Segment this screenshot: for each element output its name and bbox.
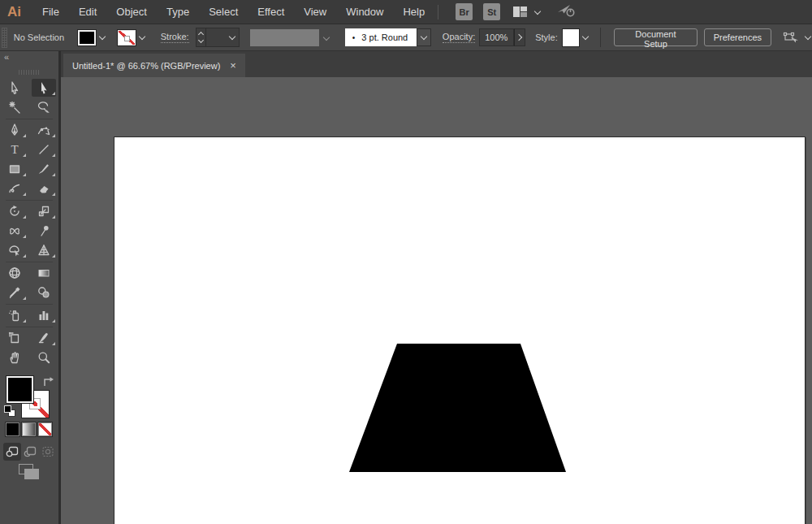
column-graph-tool[interactable] [29, 305, 58, 325]
stock-button[interactable]: St [483, 3, 500, 20]
rotate-tool[interactable] [0, 201, 29, 221]
fill-swatch[interactable] [6, 376, 33, 403]
fill-swatch[interactable] [78, 30, 96, 45]
none-button[interactable] [38, 422, 52, 436]
puppet-warp-tool[interactable] [29, 221, 58, 240]
toolbar-divider [6, 119, 53, 119]
gpu-performance-icon[interactable] [556, 2, 576, 21]
controlbar-divider [600, 28, 601, 47]
chevron-down-icon [582, 33, 589, 40]
color-button[interactable] [6, 422, 19, 436]
tools-panel: « [0, 51, 58, 524]
lasso-tool[interactable] [29, 97, 58, 117]
toolbar-divider [6, 262, 53, 262]
menu-edit[interactable]: Edit [69, 0, 106, 24]
style-label: Style: [535, 32, 558, 42]
paint-style-buttons [6, 422, 52, 436]
change-screen-mode-icon[interactable] [17, 463, 41, 481]
fill-color-dropdown[interactable] [78, 28, 110, 47]
gradient-button[interactable] [22, 422, 36, 436]
stroke-color-dropdown[interactable] [118, 28, 149, 47]
width-tool[interactable] [0, 221, 29, 240]
artboard-tool[interactable] [0, 328, 29, 348]
chevron-down-icon [99, 33, 106, 40]
stepper-down-icon[interactable] [198, 37, 204, 43]
panel-grip-handle[interactable] [19, 70, 41, 75]
bridge-button[interactable]: Br [456, 3, 473, 20]
draw-inside-button[interactable] [39, 443, 57, 461]
hand-tool[interactable] [0, 348, 29, 367]
menu-view[interactable]: View [294, 0, 336, 24]
stroke-width-stepper[interactable] [196, 28, 207, 47]
select-similar-dropdown[interactable] [783, 31, 812, 45]
select-similar-icon [783, 31, 801, 45]
stroke-width-field[interactable] [206, 28, 240, 47]
rectangle-tool[interactable] [0, 159, 29, 179]
stroke-swatch-none[interactable] [118, 30, 136, 45]
brush-name: 3 pt. Round [361, 32, 408, 42]
menu-bar: Ai File Edit Object Type Select Effect V… [0, 0, 812, 24]
grip-handle[interactable] [2, 28, 7, 48]
close-tab-icon[interactable]: × [230, 60, 236, 71]
canvas-pasteboard[interactable] [58, 77, 812, 524]
type-tool[interactable]: T [0, 140, 29, 159]
opacity-field[interactable]: 100% [479, 28, 514, 46]
shaper-tool[interactable] [0, 179, 29, 198]
chevron-down-icon [323, 34, 330, 41]
chevron-down-icon [229, 33, 235, 40]
trapezoid-shape[interactable] [349, 344, 566, 472]
perspective-grid-tool[interactable] [29, 240, 58, 260]
draw-normal-button[interactable] [3, 443, 21, 461]
variable-width-profile-dropdown[interactable] [250, 29, 318, 46]
curvature-tool[interactable] [29, 120, 58, 140]
default-fill-stroke-icon[interactable] [4, 405, 17, 418]
workspace-switcher[interactable] [513, 6, 542, 17]
eraser-tool[interactable] [29, 179, 58, 198]
graphic-style-swatch[interactable] [563, 29, 579, 46]
zoom-tool[interactable] [29, 348, 58, 367]
menu-window[interactable]: Window [336, 0, 393, 24]
menu-object[interactable]: Object [106, 0, 157, 24]
paintbrush-tool[interactable] [29, 159, 58, 179]
brush-definition-dropdown[interactable]: • 3 pt. Round [345, 28, 431, 46]
menu-file[interactable]: File [32, 0, 69, 24]
pen-tool[interactable] [0, 120, 29, 140]
menu-type[interactable]: Type [157, 0, 199, 24]
mesh-tool[interactable] [0, 263, 29, 283]
menu-effect[interactable]: Effect [248, 0, 294, 24]
selection-status: No Selection [14, 32, 70, 42]
eyedropper-tool[interactable] [0, 283, 29, 302]
shape-builder-tool[interactable] [0, 240, 29, 260]
chevron-down-icon [421, 33, 427, 40]
toolbar-divider [6, 200, 53, 201]
control-bar: No Selection Stroke: • 3 pt. Round [0, 24, 812, 51]
collapse-panel-icon[interactable]: « [4, 52, 10, 62]
blend-tool[interactable] [29, 283, 58, 302]
menu-select[interactable]: Select [199, 0, 248, 24]
toolbar-divider [6, 327, 53, 327]
opacity-panel-link[interactable]: Opacity: [443, 32, 475, 43]
svg-text:T: T [11, 143, 18, 156]
document-tab[interactable]: Untitled-1* @ 66.67% (RGB/Preview) × [63, 54, 245, 77]
symbol-sprayer-tool[interactable] [0, 305, 29, 325]
scale-tool[interactable] [29, 201, 58, 221]
chevron-down-icon [805, 33, 811, 40]
line-segment-tool[interactable] [29, 140, 58, 159]
artboard[interactable] [114, 136, 806, 524]
menu-help[interactable]: Help [393, 0, 434, 24]
document-setup-button[interactable]: Document Setup [614, 28, 698, 46]
document-tab-title: Untitled-1* @ 66.67% (RGB/Preview) [72, 61, 220, 71]
toolbar-divider [6, 304, 53, 305]
magic-wand-tool[interactable] [0, 97, 29, 117]
illustrator-logo: Ai [0, 4, 32, 20]
gradient-tool[interactable] [29, 263, 58, 283]
preferences-button[interactable]: Preferences [704, 28, 771, 46]
direct-selection-tool[interactable] [29, 78, 58, 97]
swap-fill-stroke-icon[interactable] [41, 375, 55, 392]
draw-behind-button[interactable] [21, 443, 39, 461]
drawing-mode-buttons [3, 443, 57, 461]
stroke-panel-link[interactable]: Stroke: [161, 32, 189, 43]
slice-tool[interactable] [29, 328, 58, 348]
selection-tool[interactable] [0, 78, 29, 97]
opacity-expand-button[interactable] [514, 28, 525, 46]
